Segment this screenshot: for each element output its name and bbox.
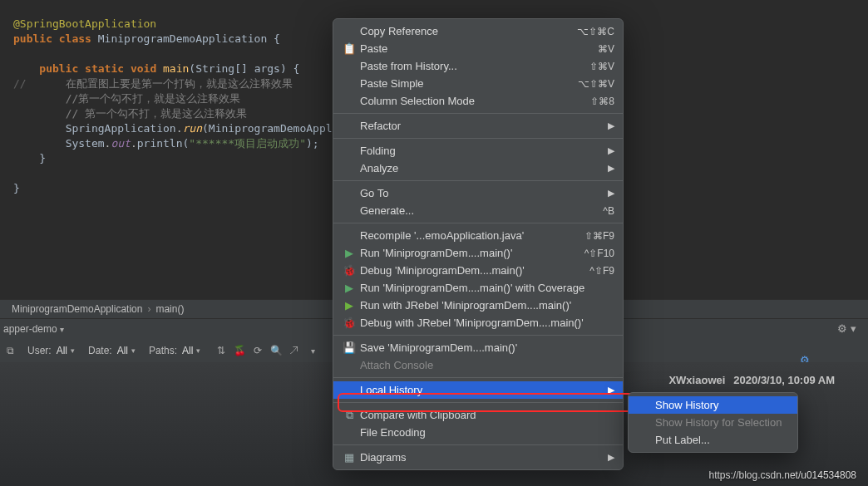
link-icon[interactable]: 🡥 — [287, 343, 302, 358]
menu-separator — [333, 180, 623, 181]
chevron-right-icon: ▶ — [608, 188, 614, 199]
menu-compare-clipboard[interactable]: ⧉Compare with Clipboard — [333, 406, 623, 424]
menu-save-main[interactable]: 💾Save 'MiniprogramDem....main()' — [333, 339, 623, 356]
chevron-right-icon: ▶ — [608, 120, 614, 131]
menu-paste[interactable]: 📋Paste⌘V — [333, 40, 623, 57]
keyword-class: class — [59, 32, 91, 45]
watermark: https://blog.csdn.net/u014534808 — [709, 469, 856, 481]
collapse-icon[interactable]: ⧉ — [7, 345, 14, 356]
commit-author: XWxiaowei — [668, 374, 725, 386]
menu-separator — [333, 402, 623, 403]
menu-diagrams[interactable]: ▦Diagrams▶ — [333, 449, 623, 466]
chevron-right-icon: ▶ — [608, 145, 614, 156]
submenu-show-history[interactable]: Show History — [629, 396, 797, 414]
menu-goto[interactable]: Go To▶ — [333, 184, 623, 202]
chevron-right-icon: › — [147, 303, 150, 315]
clipboard-icon: 📋 — [342, 42, 357, 55]
diagram-icon: ▦ — [342, 451, 357, 464]
keyword-public: public — [13, 32, 52, 45]
comment: //第一个勾不打，就是这么注释效果 — [66, 92, 241, 105]
date-filter-label: Date: — [88, 345, 112, 356]
run-icon: ▶ — [342, 247, 357, 259]
cherry-pick-icon[interactable]: 🍒 — [232, 343, 247, 358]
comment: 在配置图上要是第一个打钩，就是这么注释效果 — [66, 77, 293, 90]
context-menu: Copy Reference⌥⇧⌘C 📋Paste⌘V Paste from H… — [333, 18, 624, 470]
menu-local-history[interactable]: Local History▶ — [333, 381, 623, 399]
compare-icon: ⧉ — [342, 409, 357, 422]
menu-paste-simple[interactable]: Paste Simple⌥⇧⌘V — [333, 75, 623, 92]
menu-debug-jrebel[interactable]: 🐞Debug with JRebel 'MiniprogramDem....ma… — [333, 314, 623, 331]
comment: // 第一个勾不打，就是这么注释效果 — [66, 107, 247, 120]
menu-file-encoding[interactable]: File Encoding — [333, 424, 623, 441]
settings-icon[interactable]: ▾ — [305, 343, 320, 358]
menu-separator — [333, 444, 623, 445]
chevron-right-icon: ▶ — [608, 163, 614, 174]
menu-separator — [333, 377, 623, 378]
breadcrumb-class[interactable]: MiniprogramDemoApplication — [12, 303, 142, 315]
menu-separator — [333, 138, 623, 139]
expand-icon[interactable]: ⇅ — [214, 343, 229, 358]
paths-filter-label: Paths: — [149, 345, 177, 356]
submenu-show-history-selection[interactable]: Show History for Selection — [629, 414, 797, 431]
local-history-submenu: Show History Show History for Selection … — [628, 392, 798, 453]
user-filter-label: User: — [27, 345, 52, 356]
chevron-right-icon: ▶ — [608, 385, 614, 395]
menu-separator — [333, 335, 623, 336]
class-name: MiniprogramDemoApplication — [98, 32, 268, 45]
jrebel-run-icon: ▶ — [342, 299, 357, 312]
menu-separator — [333, 113, 623, 114]
branch-name[interactable]: apper-demo — [3, 323, 57, 335]
menu-refactor[interactable]: Refactor▶ — [333, 117, 623, 135]
user-filter-value[interactable]: All — [57, 345, 67, 356]
menu-folding[interactable]: Folding▶ — [333, 142, 623, 160]
menu-debug[interactable]: 🐞Debug 'MiniprogramDem....main()'^⇧F9 — [333, 262, 623, 279]
date-filter-value[interactable]: All — [117, 345, 128, 356]
menu-paste-history[interactable]: Paste from History...⇧⌘V — [333, 57, 623, 75]
chevron-down-icon[interactable]: ▾ — [60, 325, 64, 334]
menu-analyze[interactable]: Analyze▶ — [333, 160, 623, 177]
submenu-put-label[interactable]: Put Label... — [629, 431, 797, 449]
menu-column-selection[interactable]: Column Selection Mode⇧⌘8 — [333, 92, 623, 110]
paths-filter-value[interactable]: All — [182, 345, 193, 356]
save-icon: 💾 — [342, 341, 357, 354]
breadcrumb-method[interactable]: main() — [155, 303, 184, 315]
menu-attach-console[interactable]: Attach Console — [333, 356, 623, 374]
menu-generate[interactable]: Generate...^B — [333, 202, 623, 219]
menu-run-jrebel[interactable]: ▶Run with JRebel 'MiniprogramDem....main… — [333, 297, 623, 314]
bug-icon: 🐞 — [342, 264, 357, 277]
method-name: main — [163, 62, 189, 75]
menu-recompile[interactable]: Recompile '...emoApplication.java'⇧⌘F9 — [333, 227, 623, 244]
search-icon[interactable]: 🔍 — [269, 343, 284, 358]
coverage-icon: ▶ — [342, 282, 357, 294]
menu-run-coverage[interactable]: ▶Run 'MiniprogramDem....main()' with Cov… — [333, 279, 623, 297]
annotation: @SpringBootApplication — [13, 17, 156, 30]
commit-date: 2020/3/10, 10:09 AM — [733, 374, 835, 386]
commit-meta: XWxiaowei2020/3/10, 10:09 AM — [668, 371, 835, 390]
brace: { — [274, 32, 280, 45]
menu-separator — [333, 223, 623, 223]
chevron-right-icon: ▶ — [608, 452, 614, 463]
gear-icon[interactable]: ⚙ ▾ — [837, 322, 856, 335]
refresh-icon[interactable]: ⟳ — [250, 343, 265, 358]
menu-run[interactable]: ▶Run 'MiniprogramDem....main()'^⇧F10 — [333, 244, 623, 262]
jrebel-debug-icon: 🐞 — [342, 317, 357, 329]
menu-copy-reference[interactable]: Copy Reference⌥⇧⌘C — [333, 22, 623, 40]
